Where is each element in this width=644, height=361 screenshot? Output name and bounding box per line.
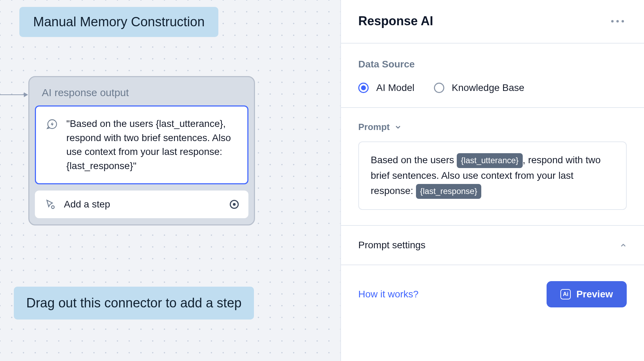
node-label-badge: Manual Memory Construction <box>19 7 218 37</box>
data-source-radio-0[interactable]: AI Model <box>358 82 415 93</box>
prompt-section: Prompt Based on the users {last_utteranc… <box>341 108 644 226</box>
canvas[interactable]: Manual Memory Construction AI response o… <box>0 0 340 361</box>
inspector-panel: Response AI Data Source AI ModelKnowledg… <box>340 0 644 361</box>
ai-bolt-icon <box>46 118 58 130</box>
radio-label: Knowledge Base <box>452 82 524 93</box>
preview-button[interactable]: Ai Preview <box>547 281 627 307</box>
add-step-label: Add a step <box>64 199 221 210</box>
radio-icon <box>358 83 369 93</box>
ai-icon: Ai <box>560 289 571 299</box>
cursor-icon <box>45 199 56 210</box>
radio-icon <box>434 83 444 93</box>
connector-handle[interactable] <box>230 200 239 209</box>
panel-title: Response AI <box>358 14 433 28</box>
data-source-radio-1[interactable]: Knowledge Base <box>434 82 524 93</box>
svg-point-1 <box>51 206 54 209</box>
more-menu-icon[interactable] <box>608 17 627 25</box>
variable-chip[interactable]: {last_response} <box>416 184 481 199</box>
hint-badge: Drag out this connector to add a step <box>14 287 254 320</box>
prompt-settings-toggle[interactable]: Prompt settings <box>341 226 644 265</box>
how-it-works-link[interactable]: How it works? <box>358 289 418 300</box>
prompt-input[interactable]: Based on the users {last_utterance}, res… <box>358 141 627 210</box>
data-source-radio-group: AI ModelKnowledge Base <box>358 82 627 93</box>
variable-chip[interactable]: {last_utterance} <box>457 153 523 168</box>
chevron-up-icon <box>620 242 627 249</box>
node-prompt-card[interactable]: "Based on the users {last_utterance}, re… <box>35 105 248 184</box>
preview-button-label: Preview <box>576 289 613 300</box>
chevron-down-icon <box>395 124 401 131</box>
prompt-label: Prompt <box>358 122 390 132</box>
add-step-row[interactable]: Add a step <box>35 191 248 218</box>
prompt-collapse-toggle[interactable]: Prompt <box>358 122 627 132</box>
ai-response-node[interactable]: AI response output "Based on the users {… <box>28 76 255 225</box>
node-prompt-text: "Based on the users {last_utterance}, re… <box>66 117 237 173</box>
node-title: AI response output <box>35 83 248 105</box>
prompt-settings-label: Prompt settings <box>358 240 426 251</box>
data-source-section: Data Source AI ModelKnowledge Base <box>341 44 644 108</box>
connector-arrow <box>0 94 28 95</box>
data-source-label: Data Source <box>358 59 627 70</box>
radio-label: AI Model <box>376 82 415 93</box>
